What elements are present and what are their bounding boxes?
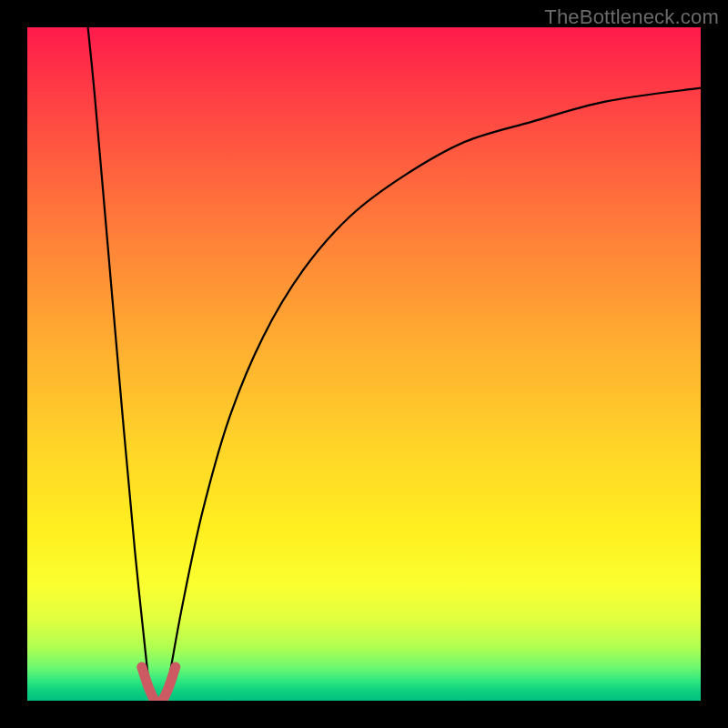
watermark-text: TheBottleneck.com (544, 5, 719, 29)
left-curve (88, 27, 149, 681)
right-curve (168, 88, 701, 681)
plot-area (27, 27, 701, 701)
curve-layer (27, 27, 701, 701)
chart-frame: TheBottleneck.com (0, 0, 728, 728)
dip-marker (142, 667, 176, 701)
